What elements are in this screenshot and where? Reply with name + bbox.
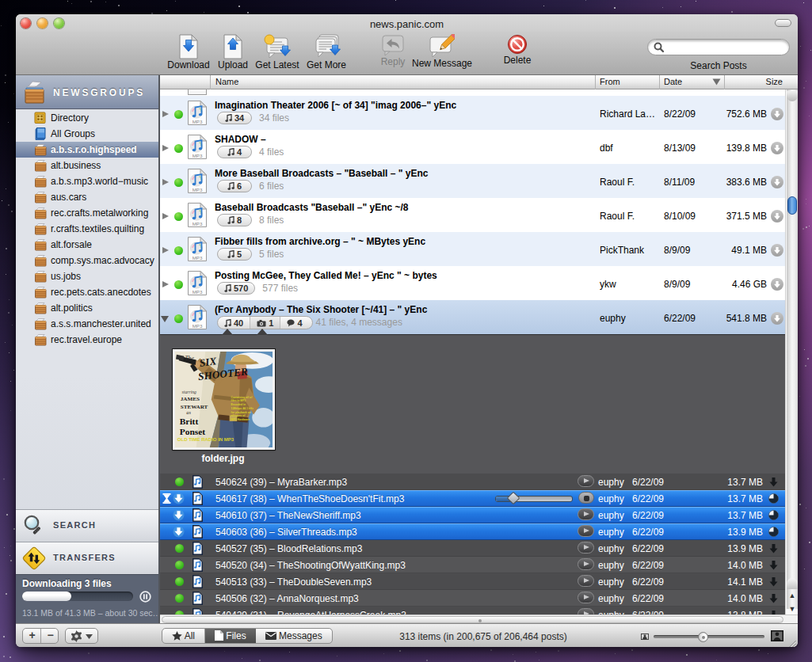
svg-text:Encoded in: Encoded in <box>231 403 246 406</box>
svg-text:MP3 Hardware: MP3 Hardware <box>231 418 250 421</box>
svg-text:OLD TIME RADIO IN MP3: OLD TIME RADIO IN MP3 <box>177 437 234 442</box>
svg-text:JAMES: JAMES <box>181 396 200 402</box>
svg-text:SIX: SIX <box>199 355 219 369</box>
svg-text:MP3: MP3 <box>193 187 203 192</box>
svg-text:all types of: all types of <box>231 414 246 417</box>
svg-text:Britt: Britt <box>180 417 199 426</box>
svg-text:MP3: MP3 <box>193 289 203 295</box>
svg-text:MP3: MP3 <box>193 119 203 124</box>
svg-text:Ponset: Ponset <box>180 427 206 436</box>
svg-text:STEWART: STEWART <box>181 404 208 410</box>
svg-text:MP3: MP3 <box>193 323 203 329</box>
svg-text:Containing all of: Containing all of <box>231 396 254 399</box>
svg-text:MP3: MP3 <box>193 221 203 226</box>
svg-text:files in MP3: files in MP3 <box>231 399 246 402</box>
svg-text:for playback on: for playback on <box>231 411 251 414</box>
svg-text:128kbps 44.1 kHz: 128kbps 44.1 kHz <box>231 407 254 410</box>
svg-text:as: as <box>186 410 191 415</box>
svg-text:starring: starring <box>182 390 197 394</box>
svg-text:The: The <box>185 355 194 362</box>
svg-text:MP3: MP3 <box>193 255 203 261</box>
svg-text:MP3: MP3 <box>193 153 203 158</box>
